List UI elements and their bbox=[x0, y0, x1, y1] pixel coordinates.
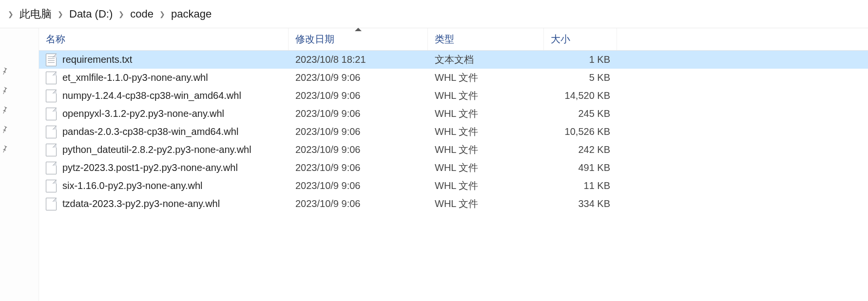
column-header-type[interactable]: 类型 bbox=[428, 28, 544, 50]
file-icon bbox=[46, 198, 57, 210]
column-header-label: 大小 bbox=[551, 33, 570, 46]
pin-icon bbox=[0, 66, 39, 75]
file-icon bbox=[46, 108, 57, 120]
file-name-cell: requirements.txt bbox=[39, 54, 289, 66]
file-date: 2023/10/9 9:06 bbox=[289, 180, 428, 191]
column-header-date[interactable]: 修改日期 bbox=[289, 28, 428, 50]
column-header-size[interactable]: 大小 bbox=[544, 28, 617, 50]
file-type: WHL 文件 bbox=[428, 143, 544, 156]
file-row[interactable]: numpy-1.24.4-cp38-cp38-win_amd64.whl2023… bbox=[39, 87, 868, 105]
breadcrumb[interactable]: ❯ 此电脑 ❯ Data (D:) ❯ code ❯ package bbox=[0, 0, 868, 28]
file-name-cell: openpyxl-3.1.2-py2.py3-none-any.whl bbox=[39, 108, 289, 120]
pin-icon bbox=[0, 125, 39, 133]
file-size: 491 KB bbox=[544, 162, 617, 173]
quick-access-sidebar bbox=[0, 28, 39, 301]
chevron-right-icon: ❯ bbox=[114, 10, 129, 18]
file-name: requirements.txt bbox=[62, 54, 132, 65]
file-icon bbox=[46, 180, 57, 192]
column-header-label: 名称 bbox=[46, 33, 65, 46]
file-name: python_dateutil-2.8.2-py2.py3-none-any.w… bbox=[62, 144, 251, 155]
file-row[interactable]: pandas-2.0.3-cp38-cp38-win_amd64.whl2023… bbox=[39, 123, 868, 141]
file-size: 334 KB bbox=[544, 198, 617, 209]
file-size: 5 KB bbox=[544, 72, 617, 83]
file-row[interactable]: openpyxl-3.1.2-py2.py3-none-any.whl2023/… bbox=[39, 105, 868, 123]
pin-icon bbox=[0, 144, 39, 153]
file-icon bbox=[46, 72, 57, 84]
file-icon bbox=[46, 126, 57, 138]
file-date: 2023/10/8 18:21 bbox=[289, 54, 428, 65]
chevron-right-icon: ❯ bbox=[154, 10, 170, 18]
chevron-right-icon: ❯ bbox=[3, 10, 19, 18]
text-file-icon bbox=[46, 54, 57, 66]
column-headers: 名称 修改日期 类型 大小 bbox=[39, 28, 868, 51]
pin-icon bbox=[0, 105, 39, 114]
file-name-cell: six-1.16.0-py2.py3-none-any.whl bbox=[39, 180, 289, 192]
file-name-cell: python_dateutil-2.8.2-py2.py3-none-any.w… bbox=[39, 144, 289, 156]
file-type: WHL 文件 bbox=[428, 71, 544, 84]
file-date: 2023/10/9 9:06 bbox=[289, 144, 428, 155]
breadcrumb-item[interactable]: code bbox=[129, 8, 154, 20]
file-type: WHL 文件 bbox=[428, 179, 544, 192]
file-date: 2023/10/9 9:06 bbox=[289, 126, 428, 137]
file-date: 2023/10/9 9:06 bbox=[289, 72, 428, 83]
file-list: 名称 修改日期 类型 大小 requirements.txt2023/10/8 … bbox=[39, 28, 868, 301]
file-name: et_xmlfile-1.1.0-py3-none-any.whl bbox=[62, 72, 208, 83]
file-row[interactable]: pytz-2023.3.post1-py2.py3-none-any.whl20… bbox=[39, 159, 868, 177]
file-row[interactable]: python_dateutil-2.8.2-py2.py3-none-any.w… bbox=[39, 141, 868, 159]
column-header-label: 修改日期 bbox=[295, 33, 334, 46]
file-type: WHL 文件 bbox=[428, 89, 544, 102]
file-row[interactable]: et_xmlfile-1.1.0-py3-none-any.whl2023/10… bbox=[39, 69, 868, 87]
file-row[interactable]: tzdata-2023.3-py2.py3-none-any.whl2023/1… bbox=[39, 195, 868, 213]
file-name-cell: pytz-2023.3.post1-py2.py3-none-any.whl bbox=[39, 162, 289, 174]
file-name-cell: et_xmlfile-1.1.0-py3-none-any.whl bbox=[39, 72, 289, 84]
file-date: 2023/10/9 9:06 bbox=[289, 198, 428, 209]
file-icon bbox=[46, 162, 57, 174]
file-name-cell: pandas-2.0.3-cp38-cp38-win_amd64.whl bbox=[39, 126, 289, 138]
file-size: 11 KB bbox=[544, 180, 617, 191]
breadcrumb-item[interactable]: 此电脑 bbox=[19, 7, 53, 21]
file-date: 2023/10/9 9:06 bbox=[289, 90, 428, 101]
file-name-cell: numpy-1.24.4-cp38-cp38-win_amd64.whl bbox=[39, 90, 289, 102]
file-row[interactable]: six-1.16.0-py2.py3-none-any.whl2023/10/9… bbox=[39, 177, 868, 195]
file-type: 文本文档 bbox=[428, 53, 544, 66]
file-date: 2023/10/9 9:06 bbox=[289, 108, 428, 119]
file-size: 1 KB bbox=[544, 54, 617, 65]
file-date: 2023/10/9 9:06 bbox=[289, 162, 428, 173]
chevron-right-icon: ❯ bbox=[53, 10, 68, 18]
file-row[interactable]: requirements.txt2023/10/8 18:21文本文档1 KB bbox=[39, 51, 868, 69]
main-area: 名称 修改日期 类型 大小 requirements.txt2023/10/8 … bbox=[0, 28, 868, 301]
file-icon bbox=[46, 144, 57, 156]
file-name-cell: tzdata-2023.3-py2.py3-none-any.whl bbox=[39, 198, 289, 210]
file-name: openpyxl-3.1.2-py2.py3-none-any.whl bbox=[62, 108, 224, 119]
file-size: 14,520 KB bbox=[544, 90, 617, 101]
column-header-name[interactable]: 名称 bbox=[39, 28, 289, 50]
file-name: pandas-2.0.3-cp38-cp38-win_amd64.whl bbox=[62, 126, 238, 137]
file-rows: requirements.txt2023/10/8 18:21文本文档1 KBe… bbox=[39, 51, 868, 213]
file-type: WHL 文件 bbox=[428, 197, 544, 210]
file-size: 245 KB bbox=[544, 108, 617, 119]
file-name: tzdata-2023.3-py2.py3-none-any.whl bbox=[62, 198, 220, 209]
breadcrumb-item[interactable]: Data (D:) bbox=[68, 8, 114, 20]
file-type: WHL 文件 bbox=[428, 161, 544, 174]
file-type: WHL 文件 bbox=[428, 107, 544, 120]
file-size: 10,526 KB bbox=[544, 126, 617, 137]
file-type: WHL 文件 bbox=[428, 125, 544, 138]
column-header-label: 类型 bbox=[435, 33, 454, 46]
file-icon bbox=[46, 90, 57, 102]
file-name: six-1.16.0-py2.py3-none-any.whl bbox=[62, 180, 203, 191]
breadcrumb-item[interactable]: package bbox=[170, 8, 212, 20]
file-size: 242 KB bbox=[544, 144, 617, 155]
file-name: pytz-2023.3.post1-py2.py3-none-any.whl bbox=[62, 162, 238, 173]
pin-icon bbox=[0, 86, 39, 94]
file-name: numpy-1.24.4-cp38-cp38-win_amd64.whl bbox=[62, 90, 241, 101]
